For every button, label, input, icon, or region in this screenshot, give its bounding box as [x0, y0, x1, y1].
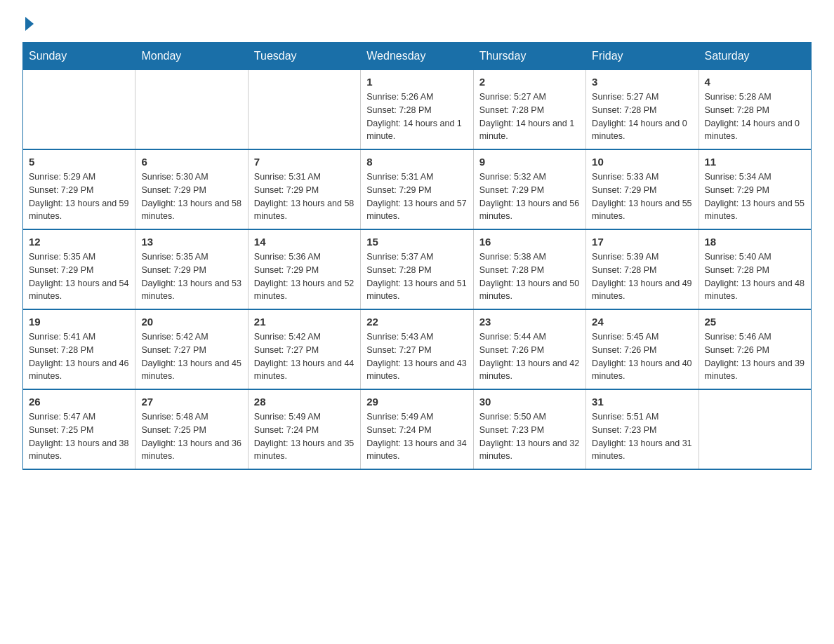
calendar-cell: 9Sunrise: 5:32 AM Sunset: 7:29 PM Daylig…: [473, 149, 585, 229]
day-number: 31: [592, 396, 692, 408]
calendar-cell: 20Sunrise: 5:42 AM Sunset: 7:27 PM Dayli…: [135, 309, 248, 389]
day-info: Sunrise: 5:39 AM Sunset: 7:28 PM Dayligh…: [592, 250, 692, 303]
calendar-cell: 14Sunrise: 5:36 AM Sunset: 7:29 PM Dayli…: [248, 229, 360, 309]
calendar-cell: 16Sunrise: 5:38 AM Sunset: 7:28 PM Dayli…: [473, 229, 585, 309]
calendar-week-row: 19Sunrise: 5:41 AM Sunset: 7:28 PM Dayli…: [23, 309, 812, 389]
day-info: Sunrise: 5:35 AM Sunset: 7:29 PM Dayligh…: [141, 250, 241, 303]
calendar-header-tuesday: Tuesday: [248, 43, 360, 70]
calendar-cell: 28Sunrise: 5:49 AM Sunset: 7:24 PM Dayli…: [248, 389, 360, 469]
day-info: Sunrise: 5:42 AM Sunset: 7:27 PM Dayligh…: [254, 330, 355, 383]
calendar-cell: 1Sunrise: 5:26 AM Sunset: 7:28 PM Daylig…: [361, 70, 473, 150]
calendar-cell: 7Sunrise: 5:31 AM Sunset: 7:29 PM Daylig…: [248, 149, 360, 229]
day-info: Sunrise: 5:28 AM Sunset: 7:28 PM Dayligh…: [705, 90, 805, 143]
day-number: 13: [141, 236, 241, 248]
day-number: 23: [479, 316, 580, 328]
calendar-table: SundayMondayTuesdayWednesdayThursdayFrid…: [22, 42, 812, 470]
calendar-cell: 19Sunrise: 5:41 AM Sunset: 7:28 PM Dayli…: [23, 309, 135, 389]
day-info: Sunrise: 5:37 AM Sunset: 7:28 PM Dayligh…: [366, 250, 467, 303]
calendar-cell: 27Sunrise: 5:48 AM Sunset: 7:25 PM Dayli…: [135, 389, 248, 469]
day-info: Sunrise: 5:45 AM Sunset: 7:26 PM Dayligh…: [592, 330, 692, 383]
day-number: 1: [366, 76, 467, 88]
calendar-cell: 10Sunrise: 5:33 AM Sunset: 7:29 PM Dayli…: [586, 149, 699, 229]
day-number: 20: [141, 316, 241, 328]
calendar-cell: [699, 389, 811, 469]
logo-arrow-icon: [25, 17, 34, 31]
day-info: Sunrise: 5:51 AM Sunset: 7:23 PM Dayligh…: [592, 410, 692, 463]
day-info: Sunrise: 5:31 AM Sunset: 7:29 PM Dayligh…: [254, 170, 355, 223]
day-number: 27: [141, 396, 241, 408]
calendar-cell: 12Sunrise: 5:35 AM Sunset: 7:29 PM Dayli…: [23, 229, 135, 309]
day-number: 6: [141, 156, 241, 168]
calendar-header-sunday: Sunday: [23, 43, 135, 70]
calendar-header-monday: Monday: [135, 43, 248, 70]
day-number: 22: [366, 316, 467, 328]
day-number: 16: [479, 236, 580, 248]
calendar-cell: 13Sunrise: 5:35 AM Sunset: 7:29 PM Dayli…: [135, 229, 248, 309]
calendar-cell: 26Sunrise: 5:47 AM Sunset: 7:25 PM Dayli…: [23, 389, 135, 469]
day-number: 21: [254, 316, 355, 328]
calendar-week-row: 5Sunrise: 5:29 AM Sunset: 7:29 PM Daylig…: [23, 149, 812, 229]
day-number: 26: [29, 396, 129, 408]
day-info: Sunrise: 5:35 AM Sunset: 7:29 PM Dayligh…: [29, 250, 129, 303]
day-info: Sunrise: 5:38 AM Sunset: 7:28 PM Dayligh…: [479, 250, 580, 303]
day-number: 24: [592, 316, 692, 328]
calendar-cell: 6Sunrise: 5:30 AM Sunset: 7:29 PM Daylig…: [135, 149, 248, 229]
day-info: Sunrise: 5:30 AM Sunset: 7:29 PM Dayligh…: [141, 170, 241, 223]
day-number: 10: [592, 156, 692, 168]
day-number: 5: [29, 156, 129, 168]
day-number: 8: [366, 156, 467, 168]
day-info: Sunrise: 5:26 AM Sunset: 7:28 PM Dayligh…: [366, 90, 467, 143]
calendar-cell: 17Sunrise: 5:39 AM Sunset: 7:28 PM Dayli…: [586, 229, 699, 309]
day-info: Sunrise: 5:44 AM Sunset: 7:26 PM Dayligh…: [479, 330, 580, 383]
calendar-header-saturday: Saturday: [699, 43, 811, 70]
calendar-header-row: SundayMondayTuesdayWednesdayThursdayFrid…: [23, 43, 812, 70]
day-info: Sunrise: 5:34 AM Sunset: 7:29 PM Dayligh…: [705, 170, 805, 223]
day-info: Sunrise: 5:31 AM Sunset: 7:29 PM Dayligh…: [366, 170, 467, 223]
calendar-cell: [248, 70, 360, 150]
calendar-week-row: 26Sunrise: 5:47 AM Sunset: 7:25 PM Dayli…: [23, 389, 812, 469]
day-number: 19: [29, 316, 129, 328]
day-number: 14: [254, 236, 355, 248]
calendar-cell: 11Sunrise: 5:34 AM Sunset: 7:29 PM Dayli…: [699, 149, 811, 229]
day-number: 12: [29, 236, 129, 248]
calendar-cell: 15Sunrise: 5:37 AM Sunset: 7:28 PM Dayli…: [361, 229, 473, 309]
day-info: Sunrise: 5:43 AM Sunset: 7:27 PM Dayligh…: [366, 330, 467, 383]
page-header: [22, 17, 812, 31]
day-number: 2: [479, 76, 580, 88]
calendar-cell: 3Sunrise: 5:27 AM Sunset: 7:28 PM Daylig…: [586, 70, 699, 150]
day-number: 4: [705, 76, 805, 88]
calendar-week-row: 1Sunrise: 5:26 AM Sunset: 7:28 PM Daylig…: [23, 70, 812, 150]
calendar-cell: 22Sunrise: 5:43 AM Sunset: 7:27 PM Dayli…: [361, 309, 473, 389]
calendar-cell: 23Sunrise: 5:44 AM Sunset: 7:26 PM Dayli…: [473, 309, 585, 389]
day-info: Sunrise: 5:27 AM Sunset: 7:28 PM Dayligh…: [592, 90, 692, 143]
calendar-cell: 18Sunrise: 5:40 AM Sunset: 7:28 PM Dayli…: [699, 229, 811, 309]
day-info: Sunrise: 5:49 AM Sunset: 7:24 PM Dayligh…: [366, 410, 467, 463]
calendar-header-wednesday: Wednesday: [361, 43, 473, 70]
day-number: 7: [254, 156, 355, 168]
day-number: 18: [705, 236, 805, 248]
calendar-cell: 4Sunrise: 5:28 AM Sunset: 7:28 PM Daylig…: [699, 70, 811, 150]
day-number: 3: [592, 76, 692, 88]
calendar-cell: [23, 70, 135, 150]
day-number: 28: [254, 396, 355, 408]
day-info: Sunrise: 5:48 AM Sunset: 7:25 PM Dayligh…: [141, 410, 241, 463]
calendar-cell: 8Sunrise: 5:31 AM Sunset: 7:29 PM Daylig…: [361, 149, 473, 229]
day-number: 17: [592, 236, 692, 248]
day-number: 30: [479, 396, 580, 408]
day-info: Sunrise: 5:29 AM Sunset: 7:29 PM Dayligh…: [29, 170, 129, 223]
calendar-cell: 5Sunrise: 5:29 AM Sunset: 7:29 PM Daylig…: [23, 149, 135, 229]
day-info: Sunrise: 5:41 AM Sunset: 7:28 PM Dayligh…: [29, 330, 129, 383]
logo: [22, 17, 34, 31]
day-number: 29: [366, 396, 467, 408]
calendar-cell: 29Sunrise: 5:49 AM Sunset: 7:24 PM Dayli…: [361, 389, 473, 469]
day-number: 9: [479, 156, 580, 168]
calendar-cell: 24Sunrise: 5:45 AM Sunset: 7:26 PM Dayli…: [586, 309, 699, 389]
calendar-header-thursday: Thursday: [473, 43, 585, 70]
day-info: Sunrise: 5:42 AM Sunset: 7:27 PM Dayligh…: [141, 330, 241, 383]
day-info: Sunrise: 5:27 AM Sunset: 7:28 PM Dayligh…: [479, 90, 580, 143]
day-info: Sunrise: 5:50 AM Sunset: 7:23 PM Dayligh…: [479, 410, 580, 463]
day-info: Sunrise: 5:49 AM Sunset: 7:24 PM Dayligh…: [254, 410, 355, 463]
day-info: Sunrise: 5:40 AM Sunset: 7:28 PM Dayligh…: [705, 250, 805, 303]
day-info: Sunrise: 5:33 AM Sunset: 7:29 PM Dayligh…: [592, 170, 692, 223]
calendar-cell: 25Sunrise: 5:46 AM Sunset: 7:26 PM Dayli…: [699, 309, 811, 389]
